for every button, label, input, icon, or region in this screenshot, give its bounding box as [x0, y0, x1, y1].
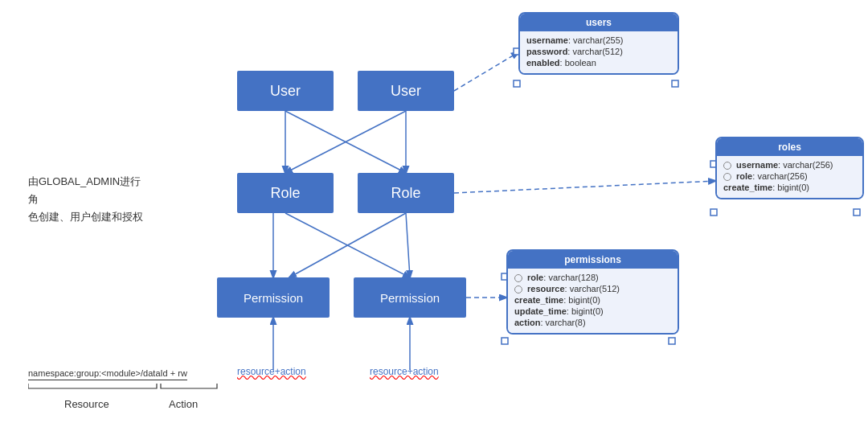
table-row: username: varchar(255) [526, 35, 671, 46]
roles-table-body: username: varchar(256) role: varchar(256… [717, 156, 862, 198]
svg-rect-16 [672, 80, 678, 87]
table-row: role: varchar(256) [723, 170, 856, 182]
roles-table: roles username: varchar(256) role: varch… [715, 137, 864, 199]
key-icon [723, 173, 731, 181]
table-row: username: varchar(256) [723, 159, 856, 170]
table-row: create_time: bigint(0) [723, 182, 856, 193]
svg-line-5 [285, 213, 410, 277]
svg-line-6 [289, 213, 406, 277]
perm1-node: Permission [217, 277, 330, 318]
table-row: password: varchar(512) [526, 46, 671, 57]
svg-rect-24 [854, 209, 860, 216]
svg-line-7 [406, 213, 410, 277]
permissions-table-header: permissions [508, 251, 678, 269]
namespace-label: namespace:group:<module>/dataId + rw [28, 368, 187, 380]
users-table-body: username: varchar(255) password: varchar… [520, 31, 678, 73]
action-bottom-label: Action [169, 398, 198, 410]
svg-line-8 [454, 52, 518, 91]
table-row: resource: varchar(512) [514, 283, 671, 294]
resource-bottom-label: Resource [64, 398, 109, 410]
roles-table-header: roles [717, 138, 862, 156]
permissions-table-body: role: varchar(128) resource: varchar(512… [508, 269, 678, 333]
svg-rect-22 [710, 209, 717, 216]
table-row: role: varchar(128) [514, 272, 671, 283]
chinese-description: 由GLOBAL_ADMIN进行角 色创建、用户创建和授权 [28, 173, 145, 226]
role2-node: Role [358, 173, 454, 213]
users-table: users username: varchar(255) password: v… [518, 12, 679, 75]
table-row: update_time: bigint(0) [514, 306, 671, 317]
permissions-table: permissions role: varchar(128) resource:… [506, 249, 679, 335]
user2-node: User [358, 71, 454, 111]
role1-node: Role [237, 173, 334, 213]
svg-rect-18 [502, 338, 508, 344]
svg-rect-14 [514, 80, 520, 87]
svg-line-9 [454, 181, 715, 193]
users-table-header: users [520, 14, 678, 31]
user1-node: User [237, 71, 334, 111]
diagram-container: User User Role Role Permission Permissio… [0, 0, 868, 427]
key-icon [514, 274, 522, 282]
resource-action-label-2: resource+action [370, 366, 439, 377]
svg-line-1 [285, 111, 406, 173]
table-row: create_time: bigint(0) [514, 294, 671, 306]
perm2-node: Permission [354, 277, 466, 318]
resource-action-label-1: resource+action [237, 366, 306, 377]
svg-line-2 [285, 111, 406, 173]
key-icon [723, 162, 731, 170]
key-icon [514, 285, 522, 294]
svg-rect-20 [669, 338, 675, 344]
table-row: action: varchar(8) [514, 317, 671, 328]
table-row: enabled: boolean [526, 57, 671, 68]
